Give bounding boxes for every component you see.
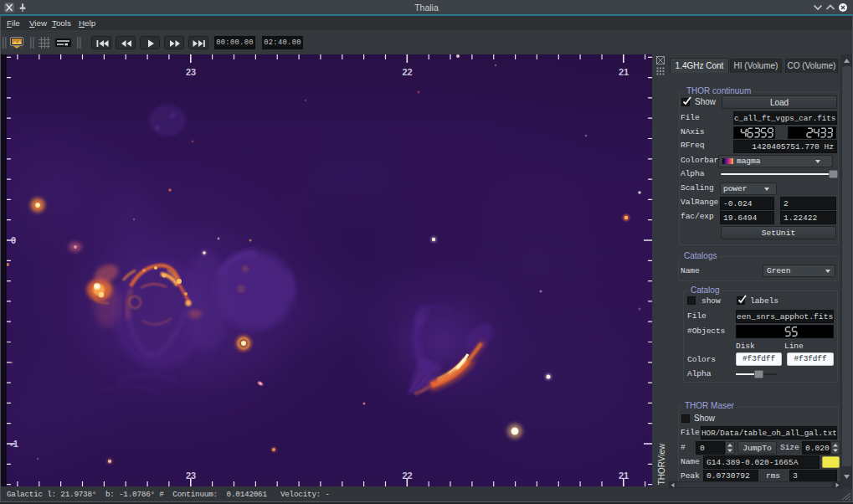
svg-text:0: 0: [11, 235, 16, 245]
svg-text:23: 23: [186, 471, 196, 481]
svg-text:21: 21: [619, 67, 629, 77]
svg-text:22: 22: [402, 67, 412, 77]
svg-text:-1: -1: [10, 439, 18, 449]
svg-text:21: 21: [619, 471, 629, 481]
svg-text:22: 22: [402, 471, 412, 481]
svg-text:23: 23: [186, 67, 196, 77]
